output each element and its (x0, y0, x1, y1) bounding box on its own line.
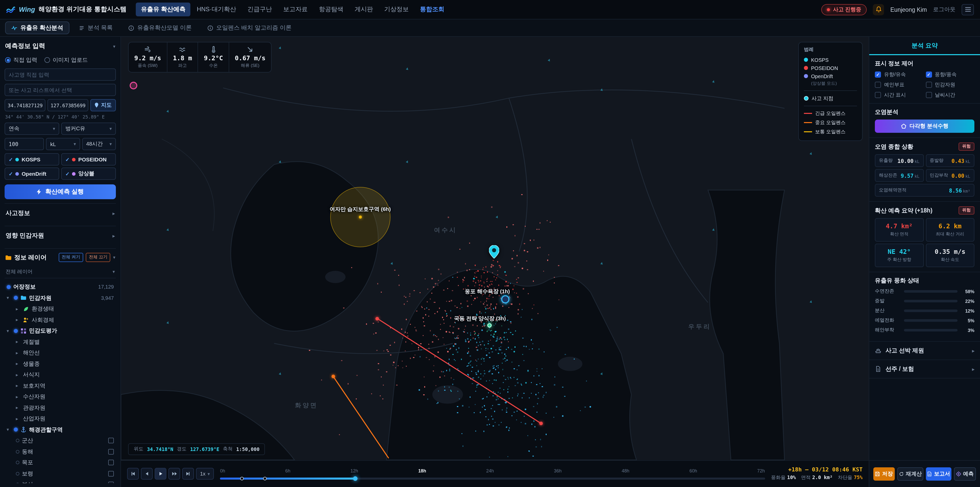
layer-tree-item[interactable]: 부산 (5, 479, 116, 483)
latitude-input[interactable] (5, 99, 45, 111)
timeline-track-area[interactable]: 0h6h12h18h24h36h48h60h72h (220, 466, 765, 481)
oil-fence-endpoint[interactable] (539, 422, 543, 425)
section-accident-info[interactable]: 사고정보▸ (5, 203, 116, 223)
incident-status-badge[interactable]: 사고 진행중 (821, 4, 867, 15)
nav-item[interactable]: 통합조회 (415, 3, 450, 16)
layer-tree-item[interactable]: ▸서식지 (5, 369, 116, 380)
layer-tree-item[interactable]: ▾해경관할구역 (5, 424, 116, 435)
action-button[interactable]: 재계산 (897, 467, 923, 481)
layer-info-icon[interactable] (108, 438, 114, 444)
nav-item[interactable]: 보고자료 (278, 3, 313, 16)
layer-tree-item[interactable]: 동해 (5, 446, 116, 457)
fence-deploy-marker[interactable] (263, 477, 266, 480)
layer-tree-item[interactable]: ▸환경생태 (5, 303, 116, 315)
display-option-checkbox[interactable]: 시간 표시 (875, 91, 924, 99)
layer-tree-item[interactable]: ▸수산자원 (5, 391, 116, 402)
oil-fence-endpoint[interactable] (375, 317, 379, 321)
sub-tab[interactable]: 유출유확산모델 이론 (122, 21, 198, 34)
section-impact-resources[interactable]: 영향 민감자원▸ (5, 226, 116, 245)
sub-tab[interactable]: 유출유 확산분석 (5, 21, 69, 34)
model-chip[interactable]: ✓ OpenDrift (5, 168, 59, 180)
model-chip[interactable]: ✓ POSEIDON (61, 153, 116, 166)
amount-input[interactable] (5, 138, 44, 150)
step-back-button[interactable] (141, 468, 153, 480)
pick-on-map-button[interactable]: 지도 (90, 99, 116, 111)
speed-select[interactable]: 1x▾ (196, 468, 214, 480)
nav-item[interactable]: 게시판 (350, 3, 378, 16)
layers-all-off-button[interactable]: 전체 끄기 (86, 253, 110, 262)
layer-tree-item[interactable]: ▾민감자원3,947 (5, 292, 116, 303)
layer-toggle-dot[interactable] (16, 439, 19, 442)
timeline-track[interactable] (220, 475, 765, 481)
layer-tree-item[interactable]: ▸보호지역 (5, 380, 116, 391)
prediction-input-header[interactable]: 예측정보 입력 ▾ (5, 41, 116, 53)
logout-button[interactable]: 로그아웃 (933, 6, 956, 13)
layer-toggle-dot[interactable] (16, 483, 19, 483)
layer-toggle-led[interactable] (14, 428, 18, 432)
collapsed-section-row[interactable]: 선주 / 보험 ▸ (869, 360, 980, 378)
unit-select[interactable]: kL▾ (46, 138, 80, 150)
layer-toggle-led[interactable] (14, 296, 18, 300)
layer-filter-select[interactable]: 전체 레이어▾ (5, 267, 116, 278)
nav-item[interactable]: 항공탐색 (314, 3, 348, 16)
caret-down-icon[interactable]: ▾ (113, 255, 115, 260)
action-button[interactable]: 보고서 (926, 467, 951, 481)
layer-toggle-dot[interactable] (16, 461, 19, 465)
accident-name-input[interactable] (5, 69, 116, 81)
notification-bell-icon[interactable] (873, 4, 884, 15)
layer-info-icon[interactable] (108, 460, 114, 466)
polygon-analysis-button[interactable]: 다각형 분석수행 (875, 120, 974, 133)
layer-toggle-dot[interactable] (16, 472, 19, 476)
nav-item[interactable]: 기상정보 (379, 3, 414, 16)
layer-toggle-dot[interactable] (16, 450, 19, 453)
layer-tree-item[interactable]: ▸관광자원 (5, 402, 116, 413)
layer-tree-item[interactable]: ▸사회경제 (5, 315, 116, 325)
polygon-draw-control[interactable] (130, 82, 137, 89)
display-option-checkbox[interactable]: 날씨시간 (926, 91, 974, 99)
fence-deploy-marker[interactable] (240, 477, 244, 480)
sub-tab[interactable]: 오일펜스 배치 알고리즘 이론 (201, 21, 298, 34)
map-canvas[interactable]: ▼▼▼▼▼▼▼▼▼▼▼▼▼▼▼▼▼▼ 여수시화양면우두리여자만 습지보호구역 (… (121, 37, 869, 460)
layer-tree-item[interactable]: 목포 (5, 457, 116, 468)
layer-tree-item[interactable]: ▾민감도평가 (5, 325, 116, 336)
layer-tree-item[interactable]: 군산 (5, 435, 116, 446)
poi-dot-marker[interactable] (487, 323, 492, 327)
fast-forward-button[interactable] (169, 468, 180, 480)
layer-info-icon[interactable] (108, 471, 114, 477)
menu-icon[interactable] (962, 4, 974, 15)
oil-type-select[interactable]: 벙커C유▾ (61, 123, 116, 135)
layer-info-icon[interactable] (108, 482, 114, 483)
user-name[interactable]: Eunjeong Kim (891, 6, 927, 13)
timeline-handle[interactable] (353, 476, 358, 481)
collapse-caret-icon[interactable]: ▾ (113, 44, 115, 49)
poi-ring-marker[interactable] (501, 295, 509, 303)
display-option-checkbox[interactable]: 풍향/풍속 (926, 71, 974, 78)
accident-list-input[interactable] (5, 84, 116, 96)
layer-tree-item[interactable]: ▸산업자원 (5, 413, 116, 424)
play-button[interactable] (155, 468, 166, 480)
action-button[interactable]: 예측 (954, 467, 976, 481)
longitude-input[interactable] (48, 99, 88, 111)
input-mode-radio[interactable]: 이미지 업로드 (45, 56, 88, 64)
layer-info-icon[interactable] (108, 449, 114, 455)
layer-tree-item[interactable]: ▸생물종 (5, 358, 116, 369)
display-option-checkbox[interactable]: 예인부표 (875, 81, 924, 88)
sub-tab[interactable]: 분석 목록 (72, 21, 119, 34)
nav-item[interactable]: 긴급구난 (242, 3, 277, 16)
display-option-checkbox[interactable]: 민감자원 (926, 81, 974, 88)
skip-end-button[interactable] (182, 468, 194, 480)
display-option-checkbox[interactable]: 유향/유속 (875, 71, 924, 78)
layer-toggle-led[interactable] (14, 329, 18, 333)
nav-item[interactable]: 유출유 확산예측 (136, 3, 191, 16)
layer-tree-item[interactable]: ▸계절별 (5, 336, 116, 347)
duration-select[interactable]: 48시간▾ (82, 138, 116, 150)
run-prediction-button[interactable]: 확산예측 실행 (5, 184, 116, 199)
nav-item[interactable]: HNS·대기확산 (192, 3, 242, 16)
model-chip[interactable]: ✓ 앙상블 (61, 168, 116, 180)
spill-mode-select[interactable]: 연속▾ (5, 123, 59, 135)
incident-pin[interactable] (489, 245, 499, 259)
layers-all-on-button[interactable]: 전체 켜기 (59, 253, 83, 262)
layer-tree-item[interactable]: ▸해안선 (5, 347, 116, 358)
layer-toggle-led[interactable] (6, 285, 11, 289)
collapsed-section-row[interactable]: 사고 선박 제원 ▸ (869, 342, 980, 360)
